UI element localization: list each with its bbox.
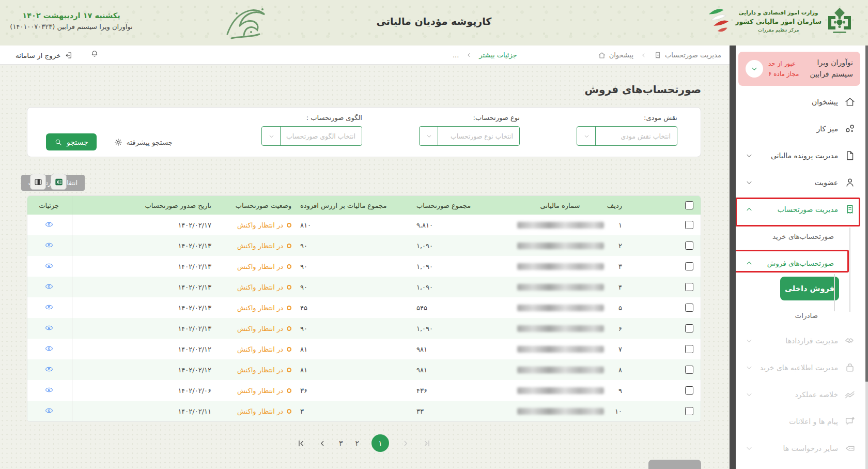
sidebar-item-tax-file[interactable]: مدیریت پرونده مالیاتی bbox=[736, 142, 868, 169]
blurred-tax-number bbox=[517, 408, 604, 415]
breadcrumb-more-details[interactable]: جزئیات بیشتر bbox=[479, 51, 517, 59]
breadcrumb-invoice-mgmt[interactable]: مدیریت صورتحساب bbox=[654, 51, 721, 59]
sidebar-item-purchase-notices[interactable]: مدیریت اطلاعیه های خرید bbox=[736, 354, 868, 381]
row-checkbox[interactable] bbox=[685, 324, 693, 332]
breadcrumb: ... جزئیات بیشتر پیشخوان مدیریت صورتحساب bbox=[453, 46, 725, 65]
column-header: تاریخ صدور صورتحساب bbox=[72, 196, 211, 215]
user-menu-toggle[interactable] bbox=[746, 60, 763, 78]
invoice-total-cell: ۴۳۶ bbox=[408, 380, 511, 401]
row-checkbox[interactable] bbox=[685, 283, 693, 291]
tax-number-cell bbox=[511, 380, 609, 401]
view-details-button[interactable] bbox=[45, 344, 53, 353]
invoice-total-cell: ۹۸۱ bbox=[408, 339, 511, 359]
current-page-button[interactable]: ۱ bbox=[371, 434, 389, 452]
row-checkbox[interactable] bbox=[685, 221, 693, 229]
sidebar-item-dashboard[interactable]: پیشخوان bbox=[736, 88, 868, 115]
row-number-cell: ۶ bbox=[609, 318, 678, 339]
sidebar-item-purchase-invoices[interactable]: صورتحساب‌های خرید bbox=[736, 223, 868, 250]
table-header-row: ردیفشماره مالیاتیمجموع صورتحسابمجموع مال… bbox=[27, 196, 701, 215]
last-page-button bbox=[423, 439, 431, 448]
row-checkbox[interactable] bbox=[685, 366, 693, 374]
view-details-button[interactable] bbox=[45, 220, 53, 229]
chart-icon bbox=[844, 389, 856, 400]
row-checkbox[interactable] bbox=[685, 241, 693, 250]
advanced-search-link[interactable]: جستجو پیشرفته bbox=[114, 138, 173, 146]
vat-total-cell: ۸۱ bbox=[291, 339, 408, 359]
search-button[interactable]: جستجو bbox=[46, 133, 97, 150]
previous-page-icon bbox=[318, 439, 327, 448]
row-select-cell bbox=[678, 380, 701, 401]
view-details-button[interactable] bbox=[45, 406, 53, 415]
row-checkbox[interactable] bbox=[685, 407, 693, 415]
sidebar-item-domestic-sales[interactable]: فروش داخلی bbox=[780, 277, 839, 300]
status-badge: در انتظار واکنش bbox=[237, 387, 291, 395]
iran-flag-swoosh-icon bbox=[707, 4, 731, 38]
status-label: در انتظار واکنش bbox=[237, 366, 283, 374]
invoice-type-select[interactable]: انتخاب نوع صورتحساب bbox=[419, 126, 520, 146]
chevron-down-icon bbox=[745, 337, 753, 345]
invoice-status-cell: در انتظار واکنش bbox=[211, 380, 291, 401]
view-details-button[interactable] bbox=[45, 241, 53, 249]
sidebar-item-sales-invoices[interactable]: صورتحساب‌های فروش bbox=[736, 250, 868, 277]
user-account-box[interactable]: نوآوران ویرا سیستم فرابین عبور از حد مجا… bbox=[738, 52, 860, 86]
taxpayer-portal: یکشنبه ۱۷ اردیبهشت ۱۴۰۲ نوآوران ویرا سیس… bbox=[0, 0, 868, 469]
sidebar-item-messages[interactable]: پیام ها و اعلانات bbox=[736, 408, 868, 435]
content-scrollbar[interactable] bbox=[730, 46, 736, 469]
column-settings-button[interactable] bbox=[30, 174, 46, 190]
sidebar-item-workdesk[interactable]: میز کار bbox=[736, 115, 868, 142]
sidebar-item-label: پیشخوان bbox=[812, 98, 838, 106]
sidebar-item-invoice-mgmt[interactable]: مدیریت صورتحساب bbox=[736, 196, 868, 223]
taxpayer-role-select[interactable]: انتخاب نقش مودی bbox=[577, 126, 677, 146]
sidebar-item-clipped[interactable] bbox=[736, 462, 868, 469]
blurred-tax-number bbox=[517, 346, 604, 353]
invoice-status-cell: در انتظار واکنش bbox=[211, 401, 291, 421]
row-checkbox[interactable] bbox=[685, 345, 693, 353]
breadcrumb-ellipsis[interactable]: ... bbox=[453, 51, 459, 59]
sidebar-item-contracts[interactable]: مدیریت قراردادها bbox=[736, 327, 868, 354]
invoice-pattern-select[interactable]: انتخاب الگوی صورتحساب bbox=[261, 126, 362, 146]
logout-button[interactable]: خروج از سامانه bbox=[16, 46, 73, 65]
row-checkbox[interactable] bbox=[685, 386, 693, 395]
last-page-icon bbox=[423, 439, 431, 448]
row-checkbox[interactable] bbox=[685, 304, 693, 312]
sidebar-item-performance[interactable]: خلاصه عملکرد bbox=[736, 381, 868, 408]
breadcrumb-dashboard[interactable]: پیشخوان bbox=[598, 51, 633, 59]
row-number-cell: ۷ bbox=[609, 339, 678, 359]
notification-bell-icon[interactable] bbox=[90, 50, 99, 58]
row-checkbox[interactable] bbox=[685, 262, 693, 270]
eye-icon bbox=[45, 241, 53, 249]
sidebar-item-membership[interactable]: عضویت bbox=[736, 169, 868, 196]
chevron-down-icon bbox=[745, 390, 753, 399]
select-all-checkbox[interactable] bbox=[685, 201, 693, 209]
status-dot-icon bbox=[287, 223, 291, 228]
page-number-button[interactable]: ۳ bbox=[339, 439, 343, 447]
page-number-button[interactable]: ۲ bbox=[355, 439, 360, 447]
view-details-button[interactable] bbox=[45, 365, 53, 373]
previous-page-button[interactable] bbox=[318, 439, 327, 448]
view-details-button[interactable] bbox=[45, 282, 53, 291]
sidebar-item-label: مدیریت قراردادها bbox=[785, 337, 838, 345]
view-details-button[interactable] bbox=[45, 303, 53, 311]
status-dot-icon bbox=[287, 409, 291, 414]
first-page-button[interactable] bbox=[297, 439, 305, 448]
table-row: ۱۹,۸۱۰۸۱۰در انتظار واکنش۱۴۰۲/۰۲/۱۷ bbox=[27, 215, 701, 235]
invoice-total-cell: ۹۸۱ bbox=[408, 359, 511, 380]
tax-number-cell bbox=[511, 339, 609, 359]
status-label: در انتظار واکنش bbox=[237, 283, 283, 291]
view-details-button[interactable] bbox=[45, 262, 53, 270]
sidebar-item-other-requests[interactable]: سایر درخواست ها bbox=[736, 435, 868, 462]
clipped-bottom-button[interactable] bbox=[648, 460, 701, 469]
sidebar-scrollbar[interactable] bbox=[865, 46, 868, 469]
view-details-button[interactable] bbox=[45, 386, 53, 394]
excel-export-button[interactable] bbox=[51, 174, 67, 190]
view-details-button[interactable] bbox=[45, 324, 53, 332]
tax-organization-logo: وزارت امور اقتصادی و دارایی سازمان امور … bbox=[707, 4, 854, 38]
invoice-total-cell: ۱,۰۹۰ bbox=[408, 235, 511, 256]
tax-number-cell bbox=[511, 359, 609, 380]
status-dot-icon bbox=[287, 306, 291, 310]
row-select-cell bbox=[678, 297, 701, 318]
row-number-cell: ۹ bbox=[609, 380, 678, 401]
sidebar-item-label: سایر درخواست ها bbox=[783, 444, 838, 452]
sidebar-item-exports[interactable]: صادرات bbox=[736, 304, 868, 327]
row-select-cell bbox=[678, 318, 701, 339]
